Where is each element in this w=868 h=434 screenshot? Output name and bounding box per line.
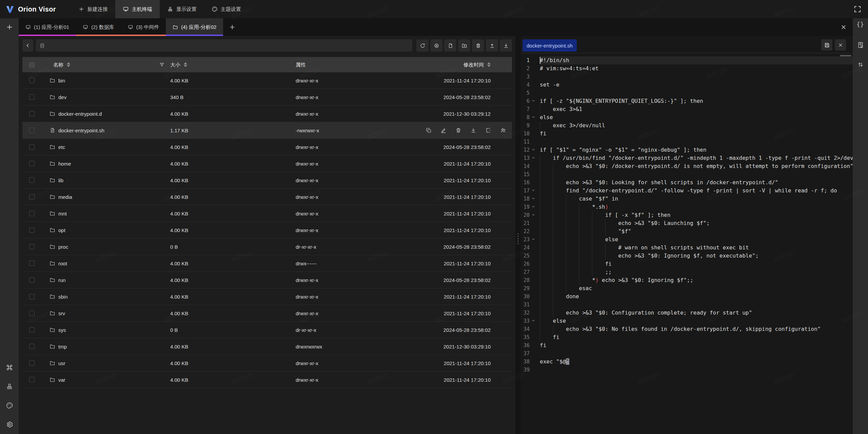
fold-chevron-down-icon[interactable] — [531, 147, 536, 152]
file-name[interactable]: run — [58, 277, 66, 283]
editor-line-15[interactable]: 15 — [520, 170, 853, 178]
delete-icon[interactable] — [455, 127, 461, 133]
save-button[interactable] — [821, 39, 832, 51]
fold-chevron-down-icon[interactable] — [531, 237, 536, 242]
refresh-icon-button[interactable] — [416, 39, 429, 52]
new-file-icon-button[interactable] — [444, 39, 456, 52]
editor-line-23[interactable]: 23 else — [520, 235, 853, 244]
editor-line-33[interactable]: 33 else — [520, 317, 853, 325]
row-checkbox[interactable] — [29, 261, 35, 266]
braces-icon[interactable]: {} — [856, 21, 864, 28]
table-row-sys[interactable]: sys0 Bdr-xr-xr-x2024-05-28 23:58:02 — [22, 322, 512, 338]
filter-icon[interactable] — [159, 62, 165, 68]
file-name[interactable]: lib — [58, 177, 63, 183]
table-row-run[interactable]: run4.00 KBdrwxr-xr-x2024-05-28 23:58:02 — [22, 272, 512, 288]
editor-line-24[interactable]: 24 # warn on shell scripts without exec … — [520, 244, 853, 252]
editor-file-tab[interactable]: docker-entrypoint.sh — [522, 39, 577, 52]
editor-line-38[interactable]: 38exec "$@" — [520, 358, 853, 366]
editor-line-37[interactable]: 37 — [520, 350, 853, 358]
terminal-tab-1[interactable]: (1) 应用-分析01 — [19, 18, 76, 36]
editor-close-icon[interactable] — [835, 39, 846, 51]
row-checkbox[interactable] — [29, 344, 35, 349]
editor-line-2[interactable]: 2# vim:sw=4:ts=4:et — [520, 64, 853, 73]
table-row-root[interactable]: root4.00 KBdrwx------2021-11-24 17:20:10 — [22, 255, 512, 272]
row-checkbox[interactable] — [29, 277, 35, 283]
file-name[interactable]: etc — [58, 144, 65, 150]
editor-line-35[interactable]: 35 fi — [520, 333, 853, 341]
copy-icon[interactable] — [426, 127, 432, 133]
editor-line-4[interactable]: 4set -e — [520, 81, 853, 89]
row-checkbox[interactable] — [29, 78, 35, 83]
editor-line-18[interactable]: 18 case "$f" in — [520, 195, 853, 203]
move-icon[interactable] — [485, 127, 491, 133]
editor-line-11[interactable]: 11 — [520, 138, 853, 146]
editor-line-28[interactable]: 28 *) echo >&3 "$0: Ignoring $f";; — [520, 276, 853, 284]
preview-icon-button[interactable] — [430, 39, 442, 52]
palette-icon[interactable] — [6, 402, 13, 409]
editor-line-20[interactable]: 20 if [ -x "$f" ]; then — [520, 211, 853, 219]
row-checkbox[interactable] — [29, 244, 35, 249]
row-checkbox[interactable] — [29, 327, 35, 333]
sort-size-icon[interactable] — [184, 62, 187, 67]
swap-vertical-icon[interactable] — [857, 61, 864, 68]
close-panel-icon[interactable] — [840, 18, 853, 36]
menu-item-3[interactable]: 主题设置 — [204, 0, 249, 18]
editor-line-13[interactable]: 13 if /usr/bin/find "/docker-entrypoint.… — [520, 154, 853, 162]
row-checkbox[interactable] — [29, 194, 35, 200]
table-row-opt[interactable]: opt4.00 KBdrwxr-xr-x2021-11-24 17:20:10 — [22, 222, 512, 239]
download-icon[interactable] — [470, 127, 476, 133]
row-checkbox[interactable] — [29, 161, 35, 166]
column-header-size[interactable]: 大小 — [170, 61, 187, 68]
file-name[interactable]: var — [58, 377, 65, 383]
terminal-tab-3[interactable]: (3) 中间件 — [121, 18, 166, 36]
editor-line-16[interactable]: 16 echo >&3 "$0: Looking for shell scrip… — [520, 178, 853, 187]
file-name[interactable]: docker-entrypoint.sh — [58, 128, 104, 133]
table-row-media[interactable]: media4.00 KBdrwxr-xr-x2021-11-24 17:20:1… — [22, 189, 512, 205]
fold-chevron-down-icon[interactable] — [531, 212, 536, 217]
table-row-bin[interactable]: bin4.00 KBdrwxr-xr-x2021-11-24 17:20:10 — [22, 72, 512, 89]
editor-line-26[interactable]: 26 fi — [520, 260, 853, 268]
table-row-usr[interactable]: usr4.00 KBdrwxr-xr-x2021-11-24 17:20:10 — [22, 355, 512, 372]
editor-line-6[interactable]: 6if [ -z "${NGINX_ENTRYPOINT_QUIET_LOGS:… — [520, 97, 853, 105]
new-tab-button[interactable] — [223, 18, 241, 36]
editor-line-19[interactable]: 19 *.sh) — [520, 203, 853, 211]
menu-item-1[interactable]: 主机终端 — [115, 0, 160, 18]
back-button[interactable] — [22, 39, 33, 52]
file-name[interactable]: tmp — [58, 344, 67, 350]
editor-line-17[interactable]: 17 find "/docker-entrypoint.d/" -follow … — [520, 187, 853, 195]
table-row-srv[interactable]: srv4.00 KBdrwxr-xr-x2021-11-24 17:20:10 — [22, 305, 512, 322]
download-icon-button[interactable] — [500, 39, 512, 52]
table-row-tmp[interactable]: tmp4.00 KBdrwxrwxrwx2021-12-30 03:29:10 — [22, 338, 512, 355]
new-tab-left-button[interactable] — [5, 23, 14, 31]
editor-line-5[interactable]: 5 — [520, 89, 853, 97]
file-name[interactable]: usr — [58, 360, 65, 366]
table-row-mnt[interactable]: mnt4.00 KBdrwxr-xr-x2021-11-24 17:20:10 — [22, 205, 512, 222]
file-name[interactable]: root — [58, 261, 67, 266]
row-checkbox[interactable] — [29, 310, 35, 316]
editor-line-31[interactable]: 31 — [520, 301, 853, 309]
row-checkbox[interactable] — [29, 377, 35, 382]
row-checkbox[interactable] — [29, 211, 35, 216]
editor-line-27[interactable]: 27 ;; — [520, 268, 853, 276]
table-row-sbin[interactable]: sbin4.00 KBdrwxr-xr-x2021-11-24 17:20:10 — [22, 288, 512, 305]
select-all-checkbox[interactable] — [29, 62, 35, 68]
row-checkbox[interactable] — [29, 144, 35, 150]
terminal-tab-2[interactable]: (2) 数据库 — [76, 18, 121, 36]
editor-line-34[interactable]: 34 echo >&3 "$0: No files found in /dock… — [520, 325, 853, 333]
editor-line-9[interactable]: 9 exec 3>/dev/null — [520, 121, 853, 130]
editor-line-14[interactable]: 14 echo >&3 "$0: /docker-entrypoint.d/ i… — [520, 162, 853, 170]
column-header-mtime[interactable]: 修改时间 — [463, 61, 491, 68]
table-row-docker-entrypoint.d[interactable]: docker-entrypoint.d4.00 KBdrwxr-xr-x2021… — [22, 106, 512, 122]
code-area[interactable]: 1#!/bin/sh2# vim:sw=4:ts=4:et34set -e56i… — [520, 54, 853, 434]
file-name[interactable]: home — [58, 161, 71, 167]
table-row-proc[interactable]: proc0 Bdr-xr-xr-x2024-05-28 23:58:02 — [22, 239, 512, 255]
editor-line-10[interactable]: 10fi — [520, 130, 853, 138]
editor-line-32[interactable]: 32 echo >&3 "$0: Configuration complete;… — [520, 309, 853, 317]
table-row-var[interactable]: var4.00 KBdrwxr-xr-x2021-11-24 17:20:10 — [22, 372, 512, 388]
editor-line-29[interactable]: 29 esac — [520, 284, 853, 293]
fold-chevron-down-icon[interactable] — [531, 98, 536, 103]
table-row-home[interactable]: home4.00 KBdrwxr-xr-x2021-11-24 17:20:10 — [22, 155, 512, 172]
row-checkbox[interactable] — [29, 177, 35, 183]
path-input[interactable] — [48, 43, 387, 48]
row-checkbox[interactable] — [29, 227, 35, 233]
